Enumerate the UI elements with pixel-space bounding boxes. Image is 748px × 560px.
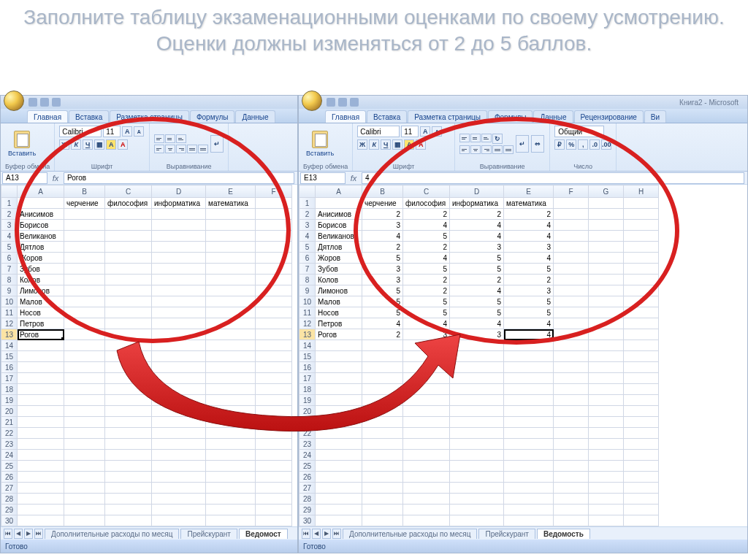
cell[interactable] — [64, 494, 105, 505]
cell[interactable]: Дятлов — [316, 242, 362, 253]
cell[interactable] — [504, 461, 554, 472]
cell[interactable] — [316, 439, 362, 450]
cell[interactable] — [152, 362, 206, 373]
row-header[interactable]: 10 — [299, 296, 316, 307]
cell[interactable] — [362, 384, 403, 395]
cell[interactable] — [64, 505, 105, 515]
inc-decimal-icon[interactable]: .0 — [589, 139, 600, 150]
cell[interactable] — [554, 351, 589, 362]
cell[interactable] — [152, 395, 206, 406]
redo-icon[interactable] — [52, 98, 61, 107]
cell[interactable] — [504, 483, 554, 494]
cell[interactable] — [256, 318, 292, 329]
cell[interactable] — [256, 472, 292, 483]
cell[interactable] — [554, 384, 589, 395]
cell[interactable]: Борисов — [18, 220, 64, 231]
cell[interactable] — [450, 461, 504, 472]
cell[interactable] — [64, 285, 105, 296]
cell[interactable] — [105, 242, 152, 253]
row-header[interactable]: 27 — [1, 483, 18, 494]
cell[interactable] — [256, 351, 292, 362]
cell[interactable] — [589, 351, 624, 362]
cell[interactable] — [316, 351, 362, 362]
cell[interactable] — [403, 428, 450, 439]
cell[interactable] — [403, 461, 450, 472]
row-header[interactable]: 8 — [1, 275, 18, 285]
row-header[interactable]: 24 — [299, 450, 316, 461]
cell[interactable]: 2 — [362, 242, 403, 253]
cell[interactable]: 2 — [450, 209, 504, 220]
row-header[interactable]: 28 — [299, 494, 316, 505]
tab-data[interactable]: Данные — [235, 110, 275, 123]
fx-icon[interactable]: fx — [50, 173, 61, 183]
cell[interactable] — [589, 406, 624, 417]
cell[interactable] — [206, 384, 256, 395]
cell[interactable] — [316, 198, 362, 209]
cell[interactable] — [504, 494, 554, 505]
col-header-H[interactable]: H — [624, 185, 659, 198]
cell[interactable] — [362, 450, 403, 461]
row-header[interactable]: 5 — [1, 242, 18, 253]
cell[interactable]: Лимонов — [316, 285, 362, 296]
sheet-nav-last-icon[interactable]: ⏭ — [332, 529, 341, 539]
cell[interactable]: Великанов — [18, 231, 64, 242]
row-header[interactable]: 13 — [299, 329, 316, 340]
cell[interactable] — [152, 275, 206, 285]
cell[interactable] — [206, 307, 256, 318]
cell[interactable]: 5 — [362, 253, 403, 264]
cell[interactable] — [403, 362, 450, 373]
cell[interactable]: 4 — [403, 220, 450, 231]
tab-formulas[interactable]: Формулы — [190, 110, 235, 123]
tab-insert[interactable]: Вставка — [69, 110, 109, 123]
cell[interactable] — [554, 515, 589, 526]
cell[interactable]: Малов — [316, 296, 362, 307]
cell[interactable] — [554, 209, 589, 220]
cell[interactable] — [504, 340, 554, 351]
orient-icon[interactable]: ↻ — [492, 134, 503, 144]
row-header[interactable]: 29 — [1, 505, 18, 515]
cell[interactable] — [18, 439, 64, 450]
sheet-nav-last-icon[interactable]: ⏭ — [34, 529, 43, 539]
cell[interactable] — [256, 253, 292, 264]
cell[interactable] — [256, 450, 292, 461]
cell[interactable] — [403, 384, 450, 395]
cell[interactable]: 4 — [403, 318, 450, 329]
font-grow-icon[interactable]: A — [420, 126, 430, 137]
cell[interactable] — [105, 461, 152, 472]
cell[interactable] — [64, 318, 105, 329]
indent-inc-icon[interactable] — [198, 145, 208, 153]
cell[interactable] — [316, 340, 362, 351]
cell[interactable] — [256, 373, 292, 384]
cell[interactable]: 5 — [450, 264, 504, 275]
cell[interactable] — [206, 395, 256, 406]
cell[interactable] — [450, 340, 504, 351]
cell[interactable] — [206, 253, 256, 264]
cell[interactable] — [624, 439, 659, 450]
cell[interactable] — [362, 417, 403, 428]
cell[interactable] — [64, 373, 105, 384]
cell[interactable] — [403, 472, 450, 483]
cell[interactable]: Жоров — [18, 253, 64, 264]
col-header-B[interactable]: B — [362, 185, 403, 198]
cell[interactable] — [403, 439, 450, 450]
cell[interactable] — [152, 231, 206, 242]
underline-icon[interactable]: Ч — [381, 139, 391, 150]
cell[interactable] — [316, 461, 362, 472]
cell[interactable]: информатика — [152, 198, 206, 209]
spreadsheet-grid-left[interactable]: ABCDEF 1черчениефилософияинформатикамате… — [1, 185, 292, 526]
cell[interactable] — [624, 483, 659, 494]
cell[interactable] — [206, 483, 256, 494]
cell[interactable] — [450, 428, 504, 439]
select-all-corner[interactable] — [1, 185, 18, 198]
cell[interactable] — [64, 242, 105, 253]
cell[interactable]: математика — [206, 198, 256, 209]
cell[interactable]: Великанов — [316, 231, 362, 242]
cell[interactable] — [624, 351, 659, 362]
italic-icon[interactable]: К — [71, 139, 81, 150]
cell[interactable]: 5 — [362, 285, 403, 296]
cell[interactable] — [105, 296, 152, 307]
cell[interactable] — [256, 340, 292, 351]
row-header[interactable]: 5 — [299, 242, 316, 253]
cell[interactable] — [554, 307, 589, 318]
cell[interactable] — [152, 472, 206, 483]
